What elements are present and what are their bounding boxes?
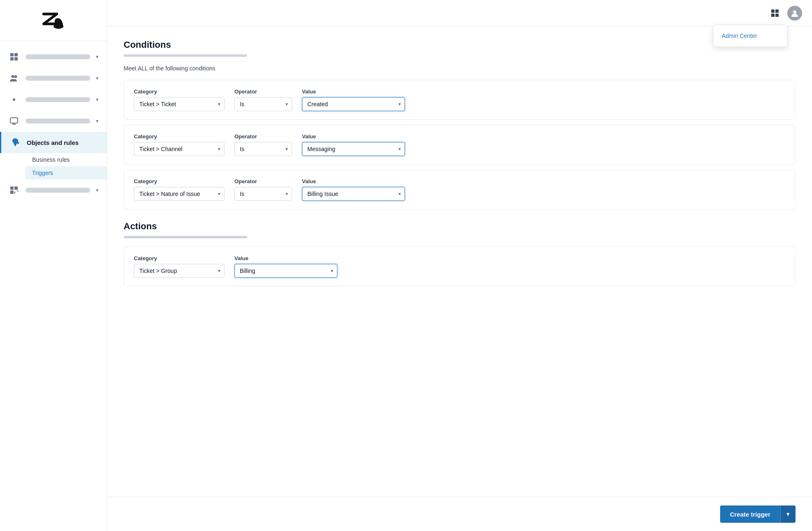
sidebar-item-objects-rules-label: Objects and rules xyxy=(27,139,79,146)
chevron-icon: ▾ xyxy=(96,118,98,124)
condition-2-value-label: Value xyxy=(302,133,405,140)
condition-3-value-select[interactable]: Billing Issue xyxy=(302,187,405,201)
channels-icon xyxy=(8,94,20,105)
action-1-value-select[interactable]: Billing xyxy=(234,264,337,278)
condition-2-operator-label: Operator xyxy=(234,133,292,140)
apps-dropdown: Admin Center xyxy=(713,25,787,47)
condition-3-operator-select[interactable]: Is xyxy=(234,187,292,201)
grid-apps-button[interactable] xyxy=(768,6,782,21)
people-icon xyxy=(8,72,20,84)
action-1-value-group: Value Billing ▾ xyxy=(234,255,337,278)
action-1-category-select-wrap: Ticket > Group ▾ xyxy=(134,264,225,278)
workspace-icon xyxy=(8,51,20,63)
sub-nav-objects-rules: Business rules Triggers xyxy=(0,153,107,179)
condition-2-operator-select[interactable]: Is xyxy=(234,142,292,156)
sidebar-item-workspaces[interactable]: ▾ xyxy=(0,110,107,132)
condition-2-operator-group: Operator Is ▾ xyxy=(234,133,292,156)
condition-1-category-label: Category xyxy=(134,88,225,95)
chevron-icon: ▾ xyxy=(96,54,98,60)
sidebar-item-apps[interactable]: ▾ xyxy=(0,179,107,201)
sidebar-nav: ▾ ▾ ▾ xyxy=(0,41,107,531)
create-trigger-dropdown-button[interactable]: ▾ xyxy=(780,505,796,523)
condition-3-operator-group: Operator Is ▾ xyxy=(234,178,292,201)
sidebar-item-workspaces-label xyxy=(26,119,90,123)
svg-rect-0 xyxy=(10,53,14,56)
condition-3-category-group: Category Ticket > Nature of Issue ▾ xyxy=(134,178,225,201)
condition-2-value-group: Value Messaging ▾ xyxy=(302,133,405,156)
condition-1-operator-select[interactable]: Is xyxy=(234,97,292,111)
actions-bar xyxy=(124,236,247,238)
svg-rect-1 xyxy=(14,53,18,56)
sidebar-item-people[interactable]: ▾ xyxy=(0,68,107,89)
user-avatar-button[interactable] xyxy=(787,6,802,21)
svg-rect-16 xyxy=(775,14,779,17)
action-1-category-group: Category Ticket > Group ▾ xyxy=(134,255,225,278)
condition-1-category-select[interactable]: Ticket > Ticket xyxy=(134,97,225,111)
condition-2-value-select-wrap: Messaging ▾ xyxy=(302,142,405,156)
conditions-description: Meet ALL of the following conditions xyxy=(124,65,796,72)
conditions-title: Conditions xyxy=(124,40,796,50)
conditions-bar xyxy=(124,54,247,57)
sidebar-item-workspace[interactable]: ▾ xyxy=(0,46,107,68)
sidebar-item-channels-label xyxy=(26,97,90,102)
svg-rect-2 xyxy=(10,57,14,61)
svg-rect-10 xyxy=(10,191,14,194)
actions-title: Actions xyxy=(124,221,796,232)
svg-rect-9 xyxy=(14,186,18,190)
condition-1-operator-select-wrap: Is ▾ xyxy=(234,97,292,111)
svg-rect-14 xyxy=(775,9,779,13)
svg-point-6 xyxy=(13,98,15,101)
condition-2-category-select-wrap: Ticket > Channel ▾ xyxy=(134,142,225,156)
condition-3-category-select[interactable]: Ticket > Nature of Issue xyxy=(134,187,225,201)
svg-rect-3 xyxy=(14,57,18,61)
condition-1-value-group: Value Created ▾ xyxy=(302,88,405,111)
action-row-1: Category Ticket > Group ▾ Value Billing xyxy=(124,247,796,286)
svg-rect-8 xyxy=(10,186,14,190)
condition-3-category-select-wrap: Ticket > Nature of Issue ▾ xyxy=(134,187,225,201)
sidebar-item-business-rules[interactable]: Business rules xyxy=(26,153,107,166)
condition-1-value-select-wrap: Created ▾ xyxy=(302,97,405,111)
sidebar-item-objects-rules[interactable]: Objects and rules xyxy=(0,132,107,153)
condition-2-operator-select-wrap: Is ▾ xyxy=(234,142,292,156)
admin-center-link[interactable]: Admin Center xyxy=(714,28,787,43)
condition-1-operator-label: Operator xyxy=(234,88,292,95)
content-area: Conditions Meet ALL of the following con… xyxy=(107,26,812,497)
condition-1-category-select-wrap: Ticket > Ticket ▾ xyxy=(134,97,225,111)
condition-row-3: Category Ticket > Nature of Issue ▾ Oper… xyxy=(124,170,796,210)
svg-point-4 xyxy=(12,75,14,78)
chevron-icon: ▾ xyxy=(96,97,98,102)
condition-3-value-label: Value xyxy=(302,178,405,184)
action-1-category-select[interactable]: Ticket > Group xyxy=(134,264,225,278)
objects-rules-icon xyxy=(9,137,21,148)
sidebar-item-triggers[interactable]: Triggers xyxy=(26,166,107,179)
condition-3-value-group: Value Billing Issue ▾ xyxy=(302,178,405,201)
condition-1-value-select[interactable]: Created xyxy=(302,97,405,111)
condition-1-operator-group: Operator Is ▾ xyxy=(234,88,292,111)
action-1-value-label: Value xyxy=(234,255,337,261)
action-1-value-select-wrap: Billing ▾ xyxy=(234,264,337,278)
condition-2-value-select[interactable]: Messaging xyxy=(302,142,405,156)
svg-rect-12 xyxy=(17,191,19,191)
chevron-icon: ▾ xyxy=(96,187,98,193)
conditions-section: Conditions Meet ALL of the following con… xyxy=(124,40,796,210)
svg-point-5 xyxy=(14,75,17,78)
sidebar-item-channels[interactable]: ▾ xyxy=(0,89,107,110)
condition-2-category-select[interactable]: Ticket > Channel xyxy=(134,142,225,156)
svg-point-17 xyxy=(793,10,796,14)
condition-3-operator-select-wrap: Is ▾ xyxy=(234,187,292,201)
svg-rect-11 xyxy=(14,191,15,194)
condition-3-category-label: Category xyxy=(134,178,225,184)
condition-2-category-group: Category Ticket > Channel ▾ xyxy=(134,133,225,156)
topbar-icons xyxy=(768,6,802,21)
svg-rect-7 xyxy=(10,118,18,123)
main-content: Admin Center Conditions Meet ALL of the … xyxy=(107,0,812,531)
actions-section: Actions Category Ticket > Group ▾ Value xyxy=(124,221,796,286)
condition-2-category-label: Category xyxy=(134,133,225,140)
create-trigger-button[interactable]: Create trigger xyxy=(720,505,780,523)
svg-rect-15 xyxy=(771,14,775,17)
condition-3-operator-label: Operator xyxy=(234,178,292,184)
footer: Create trigger ▾ xyxy=(107,497,812,531)
logo xyxy=(0,0,107,41)
chevron-icon: ▾ xyxy=(96,75,98,81)
sidebar: ▾ ▾ ▾ xyxy=(0,0,107,531)
